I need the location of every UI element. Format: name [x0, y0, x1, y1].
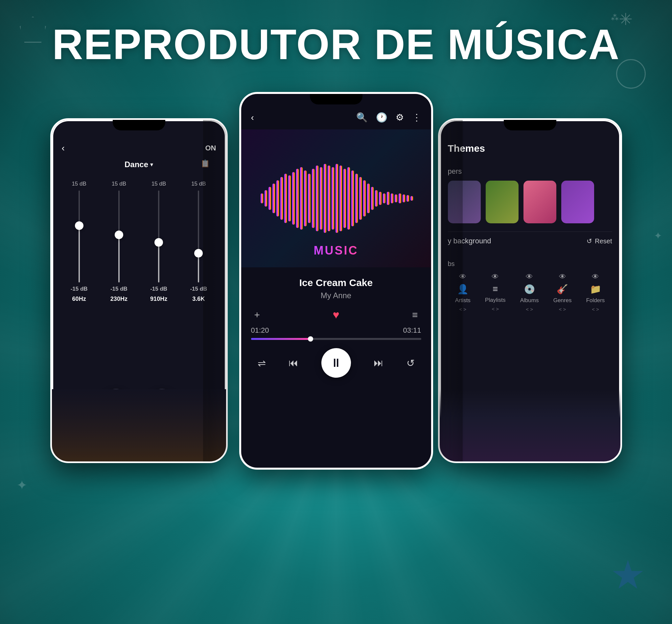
themes-content: Themes pers y background ↺ Reset bs: [440, 120, 620, 462]
themes-bg-row: y background ↺ Reset: [448, 232, 612, 250]
themes-reset-button[interactable]: ↺ Reset: [587, 237, 612, 245]
nav-label-playlists: Playlists: [485, 297, 505, 304]
themes-header: Themes: [448, 143, 612, 154]
player-add-button[interactable]: +: [254, 309, 260, 320]
swatch-2[interactable]: [486, 181, 519, 223]
eq-back-button[interactable]: ‹: [62, 143, 65, 153]
eq-on-toggle[interactable]: ON: [205, 144, 216, 152]
svg-rect-27: [367, 184, 370, 213]
eq-slider-910hz: 15 dB -15 dB 910Hz: [145, 181, 173, 303]
eq-fill-1: [78, 227, 80, 282]
player-song-artist: My Anne: [251, 291, 421, 300]
svg-rect-38: [410, 196, 413, 201]
music-album-label: MUSIC: [314, 244, 358, 258]
eq-save-icon[interactable]: 📋: [201, 159, 210, 168]
player-playback-controls: ⇌ ⏮ ⏸ ⏭ ↺: [241, 342, 431, 388]
nav-eye-playlists[interactable]: 👁: [492, 272, 499, 281]
svg-rect-29: [375, 190, 378, 207]
svg-rect-37: [406, 195, 409, 202]
svg-rect-14: [316, 165, 318, 231]
nav-label-folders: Folders: [586, 297, 605, 304]
swatch-4[interactable]: [561, 181, 594, 223]
player-progress-track[interactable]: [251, 338, 421, 340]
eq-freq-4: 3.6K: [192, 295, 205, 303]
eq-sliders-container: 15 dB -15 dB 60Hz 15 dB -15 dB: [62, 181, 216, 382]
player-queue-button[interactable]: ≡: [412, 309, 418, 320]
player-search-icon[interactable]: 🔍: [356, 112, 368, 123]
svg-rect-9: [296, 169, 299, 228]
svg-rect-35: [399, 193, 401, 203]
waveform-svg: [257, 162, 415, 234]
player-next-button[interactable]: ⏭: [374, 357, 383, 368]
nav-label-albums: Albums: [520, 297, 539, 304]
eq-thumb-4[interactable]: [194, 249, 203, 258]
nav-eye-artists[interactable]: 👁: [459, 272, 466, 281]
eq-slider-60hz: 15 dB -15 dB 60Hz: [65, 181, 93, 303]
player-pause-button[interactable]: ⏸: [321, 348, 351, 378]
player-repeat-button[interactable]: ↺: [406, 357, 415, 369]
player-back-button[interactable]: ‹: [251, 112, 254, 123]
eq-preset-arrow-icon: ▾: [150, 161, 153, 168]
eq-content: ‹ ON 📋 Dance ▾ 15 dB -15 dB: [52, 120, 226, 462]
player-total-time: 03:11: [403, 326, 421, 335]
eq-track-2[interactable]: [118, 190, 120, 282]
nav-item-albums: 👁 💿 Albums < >: [520, 272, 539, 312]
svg-rect-31: [383, 193, 385, 203]
swatch-3[interactable]: [523, 181, 556, 223]
svg-rect-25: [359, 177, 362, 220]
reset-label: Reset: [595, 237, 612, 245]
eq-preset-selector[interactable]: Dance ▾: [62, 160, 216, 169]
player-favorite-button[interactable]: ♥: [332, 308, 339, 321]
svg-rect-23: [351, 171, 354, 226]
eq-track-3[interactable]: [158, 190, 159, 282]
eq-db-bottom-1: -15 dB: [71, 286, 88, 292]
svg-rect-8: [292, 172, 295, 225]
eq-track-1[interactable]: [78, 190, 80, 282]
svg-rect-18: [331, 167, 334, 230]
eq-freq-1: 60Hz: [72, 295, 86, 303]
nav-icon-playlists[interactable]: ≡: [493, 284, 498, 294]
nav-code-genres: < >: [559, 306, 566, 312]
svg-rect-22: [347, 167, 350, 230]
svg-rect-12: [308, 174, 310, 223]
svg-rect-34: [395, 194, 397, 202]
phone-left: ‹ ON 📋 Dance ▾ 15 dB -15 dB: [50, 118, 228, 463]
nav-eye-albums[interactable]: 👁: [526, 272, 533, 281]
nav-eye-genres[interactable]: 👁: [559, 272, 566, 281]
nav-code-playlists: < >: [492, 306, 499, 312]
player-more-icon[interactable]: ⋮: [412, 112, 421, 123]
nav-eye-folders[interactable]: 👁: [592, 272, 599, 281]
nav-item-artists: 👁 👤 Artists < >: [455, 272, 471, 312]
nav-icon-artists[interactable]: 👤: [457, 284, 469, 294]
eq-slider-230hz: 15 dB -15 dB 230Hz: [105, 181, 133, 303]
player-shuffle-button[interactable]: ⇌: [258, 357, 266, 369]
nav-label-genres: Genres: [553, 297, 572, 304]
eq-thumb-1[interactable]: [75, 222, 83, 230]
svg-rect-32: [387, 192, 390, 205]
eq-track-4[interactable]: [198, 190, 199, 282]
themes-nav-label: bs: [448, 260, 612, 268]
main-title: REPRODUTOR DE MÚSICA: [0, 20, 672, 69]
svg-rect-26: [363, 180, 366, 216]
nav-icon-folders[interactable]: 📁: [590, 284, 601, 294]
eq-thumb-3[interactable]: [154, 238, 163, 246]
themes-nav-icons-row1: 👁 👤 Artists < > 👁 ≡ Playlists < > �: [448, 272, 612, 312]
player-progress-thumb[interactable]: [308, 336, 313, 342]
svg-rect-10: [300, 167, 303, 230]
nav-icon-albums[interactable]: 💿: [524, 284, 535, 294]
nav-code-albums: < >: [526, 306, 533, 312]
svg-rect-16: [324, 164, 326, 233]
player-history-icon[interactable]: 🕐: [376, 112, 388, 123]
svg-rect-11: [304, 171, 306, 226]
nav-label-artists: Artists: [455, 297, 471, 304]
eq-slider-3k6: 15 dB -15 dB 3.6K: [184, 181, 213, 303]
player-song-info: Ice Cream Cake My Anne: [241, 267, 431, 305]
player-prev-button[interactable]: ⏮: [289, 357, 298, 368]
nav-icon-genres[interactable]: 🎸: [557, 284, 568, 294]
nav-item-genres: 👁 🎸 Genres < >: [553, 272, 572, 312]
player-equalizer-icon[interactable]: ⚙: [396, 112, 404, 123]
eq-fill-4: [198, 255, 199, 282]
swatch-1[interactable]: [448, 181, 481, 223]
eq-thumb-2[interactable]: [115, 231, 123, 239]
eq-db-bottom-3: -15 dB: [150, 286, 167, 292]
